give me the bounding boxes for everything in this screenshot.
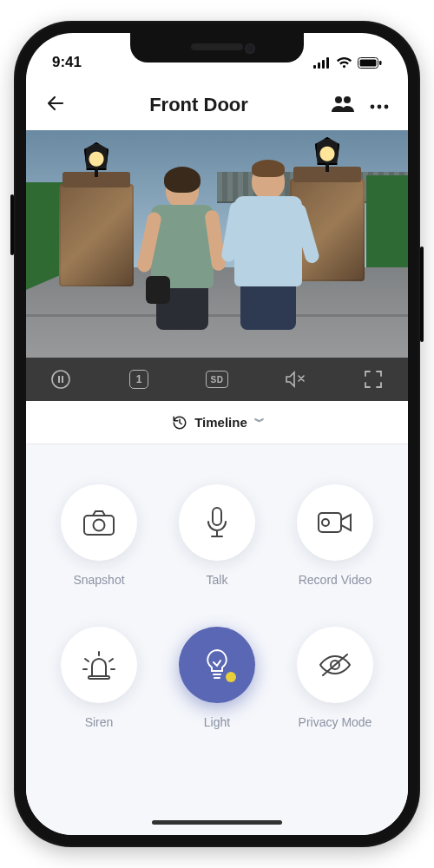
device-notch — [130, 33, 304, 62]
pause-icon — [50, 369, 71, 390]
action-label: Siren — [85, 715, 114, 729]
fullscreen-button[interactable] — [358, 370, 389, 389]
wifi-icon — [336, 57, 352, 69]
people-icon — [332, 95, 354, 112]
stream-count-button[interactable]: 1 — [123, 370, 155, 389]
action-light[interactable]: Light — [167, 627, 267, 729]
svg-rect-20 — [89, 676, 109, 679]
mute-button[interactable] — [279, 370, 311, 389]
speaker-muted-icon — [284, 370, 306, 389]
action-snapshot[interactable]: Snapshot — [49, 484, 149, 587]
share-button[interactable] — [332, 95, 354, 115]
siren-icon — [82, 650, 116, 680]
svg-rect-6 — [379, 61, 382, 65]
fullscreen-icon — [364, 370, 383, 389]
video-toolbar: 1 SD — [26, 358, 408, 401]
quality-button[interactable]: SD — [201, 371, 233, 388]
svg-rect-17 — [213, 508, 221, 525]
phone-screen: 9:41 Front Door — [26, 33, 408, 835]
cellular-icon — [313, 57, 331, 69]
action-label: Light — [204, 715, 230, 729]
svg-point-8 — [344, 96, 351, 103]
history-icon — [172, 415, 187, 431]
action-label: Privacy Mode — [299, 715, 372, 729]
svg-rect-3 — [326, 57, 329, 69]
camera-live-view[interactable] — [26, 130, 408, 358]
more-dots-icon — [370, 104, 389, 109]
svg-rect-5 — [360, 59, 377, 66]
svg-point-19 — [322, 519, 329, 526]
svg-rect-2 — [322, 60, 325, 69]
svg-rect-0 — [313, 65, 316, 69]
svg-point-10 — [378, 105, 382, 109]
action-label: Record Video — [299, 573, 372, 587]
camera-icon — [82, 509, 115, 536]
svg-rect-14 — [62, 376, 63, 383]
action-talk[interactable]: Talk — [167, 484, 267, 587]
phone-frame: 9:41 Front Door — [14, 21, 420, 847]
page-title: Front Door — [149, 94, 248, 116]
more-button[interactable] — [370, 97, 389, 113]
video-camera-icon — [317, 510, 353, 536]
svg-point-16 — [94, 520, 105, 531]
chevron-down-icon: ︾ — [254, 415, 262, 430]
actions-panel: Snapshot Talk Record Video Siren — [26, 444, 408, 835]
svg-point-11 — [385, 105, 389, 109]
action-privacy[interactable]: Privacy Mode — [285, 627, 385, 729]
home-indicator[interactable] — [152, 820, 282, 825]
actions-grid: Snapshot Talk Record Video Siren — [49, 484, 385, 729]
svg-point-7 — [335, 96, 342, 103]
svg-point-9 — [371, 105, 375, 109]
stream-count-value: 1 — [129, 370, 148, 389]
app-header: Front Door — [26, 80, 408, 130]
quality-value: SD — [206, 371, 228, 388]
microphone-icon — [205, 506, 229, 539]
status-indicators — [313, 57, 382, 69]
battery-icon — [358, 57, 382, 69]
timeline-toggle[interactable]: Timeline ︾ — [26, 401, 408, 444]
action-siren[interactable]: Siren — [49, 627, 149, 729]
eye-off-icon — [318, 652, 352, 678]
action-label: Snapshot — [73, 573, 124, 587]
status-dot — [226, 672, 236, 682]
svg-rect-1 — [318, 62, 320, 69]
back-button[interactable] — [45, 93, 66, 117]
action-label: Talk — [207, 573, 228, 587]
svg-point-12 — [52, 371, 69, 388]
status-time: 9:41 — [52, 54, 82, 71]
timeline-label: Timeline — [194, 415, 247, 430]
svg-rect-13 — [58, 376, 60, 383]
pause-button[interactable] — [45, 369, 76, 390]
action-record[interactable]: Record Video — [285, 484, 385, 587]
svg-rect-15 — [84, 516, 114, 535]
